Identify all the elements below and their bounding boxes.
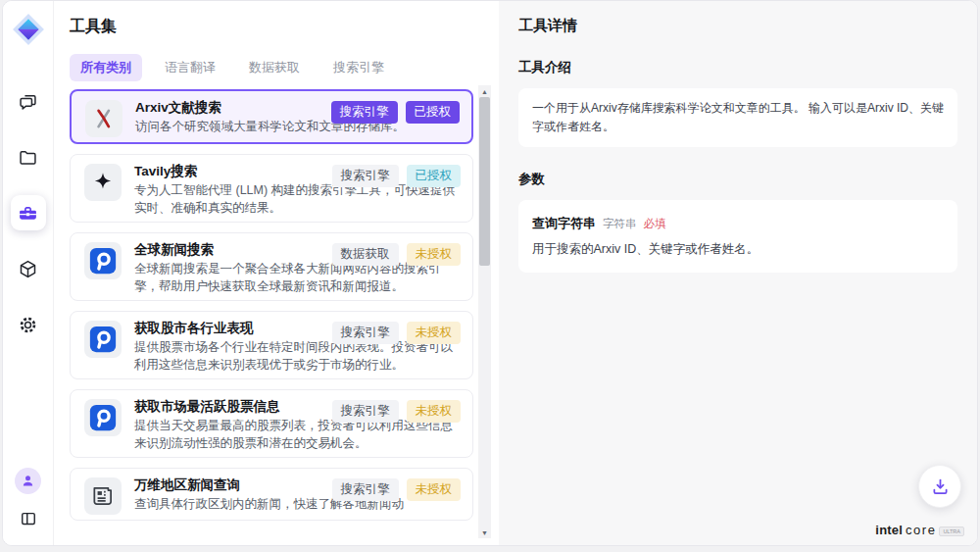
intro-heading: 工具介绍 <box>518 59 957 76</box>
tool-card-badges: 搜索引擎未授权 <box>332 478 462 501</box>
tool-card-badges: 搜索引擎未授权 <box>332 400 462 423</box>
chat-icon <box>18 91 38 112</box>
category-badge: 搜索引擎 <box>332 322 399 344</box>
intro-box: 一个用于从Arxiv存储库搜索科学论文和文章的工具。 输入可以是Arxiv ID… <box>518 88 957 147</box>
category-badge: 搜索引擎 <box>332 400 399 423</box>
category-badge: 搜索引擎 <box>331 101 398 124</box>
params-heading: 参数 <box>518 171 957 188</box>
user-icon <box>21 474 35 488</box>
category-badge: 搜索引擎 <box>332 478 399 501</box>
auth-status-badge: 已授权 <box>406 101 461 124</box>
folder-icon <box>18 147 38 168</box>
page-title: 工具集 <box>70 17 499 37</box>
param-description: 用于搜索的Arxiv ID、关键字或作者姓名。 <box>532 240 944 262</box>
toolbox-icon <box>18 203 38 224</box>
scroll-up-arrow-icon[interactable]: ▲ <box>478 85 491 97</box>
tool-card[interactable]: 获取股市各行业表现提供股票市场各个行业在特定时间段内的表现。投资者可以利用这些信… <box>70 311 473 379</box>
tool-card[interactable]: Tavily搜索专为人工智能代理 (LLM) 构建的搜索引擎工具，可快速提供实时… <box>70 154 473 223</box>
tool-card[interactable]: 全球新闻搜索全球新闻搜索是一个聚合全球各大新闻网站内容的搜索引擎，帮助用户快速获… <box>70 232 473 301</box>
param-required-badge: 必填 <box>644 215 666 233</box>
sidebar <box>3 1 54 545</box>
param-name: 查询字符串 <box>532 214 596 232</box>
user-avatar[interactable] <box>15 468 41 494</box>
tab-translation[interactable]: 语言翻译 <box>154 54 226 81</box>
tool-card-badges: 数据获取未授权 <box>332 243 462 266</box>
sidebar-item-chat[interactable] <box>11 83 46 119</box>
news-search-icon <box>84 321 122 358</box>
cube-icon <box>18 259 38 279</box>
layout-panel-icon <box>19 509 38 528</box>
sidebar-nav <box>11 83 46 342</box>
star-icon <box>84 164 122 201</box>
sidebar-item-settings[interactable] <box>11 307 46 342</box>
arxiv-logo-icon <box>85 100 122 137</box>
detail-title: 工具详情 <box>518 17 957 35</box>
scrollbar-track[interactable] <box>478 97 491 527</box>
sidebar-item-tools[interactable] <box>11 195 46 230</box>
scroll-down-arrow-icon[interactable]: ▼ <box>478 527 491 538</box>
tool-card[interactable]: 万维地区新闻查询查询具体行政区划内的新闻，快速了解各地新闻动搜索引擎未授权 <box>70 468 473 521</box>
intel-core-logo: intel core ultra <box>875 523 964 537</box>
core-wordmark: core <box>906 523 936 537</box>
auth-status-badge: 未授权 <box>407 243 462 266</box>
download-icon <box>930 477 951 497</box>
tool-detail-panel: 工具详情 工具介绍 一个用于从Arxiv存储库搜索科学论文和文章的工具。 输入可… <box>499 1 977 545</box>
tool-list-panel: 工具集 所有类别 语言翻译 数据获取 搜索引擎 Arxiv文献搜索访问各个研究领… <box>54 1 499 545</box>
auth-status-badge: 已授权 <box>407 165 462 187</box>
app-window: 工具集 所有类别 语言翻译 数据获取 搜索引擎 Arxiv文献搜索访问各个研究领… <box>2 0 978 546</box>
param-type: 字符串 <box>603 215 637 233</box>
ultra-badge: ultra <box>939 527 964 536</box>
scrollbar-thumb[interactable] <box>479 97 490 266</box>
news-search-icon <box>84 399 122 436</box>
tool-card-badges: 搜索引擎已授权 <box>331 101 461 124</box>
category-badge: 搜索引擎 <box>332 165 399 187</box>
scrollbar[interactable]: ▲ ▼ <box>478 85 491 538</box>
download-button[interactable] <box>918 465 961 508</box>
sidebar-item-files[interactable] <box>11 139 46 175</box>
sidebar-bottom <box>14 468 43 533</box>
app-logo-icon <box>12 13 45 46</box>
tool-card[interactable]: Arxiv文献搜索访问各个研究领域大量科学论文和文章的存储库。搜索引擎已授权 <box>70 89 473 144</box>
tool-card-badges: 搜索引擎未授权 <box>332 322 462 344</box>
param-box: 查询字符串 字符串 必填 用于搜索的Arxiv ID、关键字或作者姓名。 <box>518 200 957 273</box>
tab-search-engine[interactable]: 搜索引擎 <box>322 54 395 81</box>
news-search-icon <box>84 242 122 279</box>
auth-status-badge: 未授权 <box>407 322 462 344</box>
gear-icon <box>18 315 38 335</box>
tab-all-categories[interactable]: 所有类别 <box>70 54 142 81</box>
collapse-panel-button[interactable] <box>14 504 43 533</box>
auth-status-badge: 未授权 <box>407 478 462 501</box>
sidebar-item-plugins[interactable] <box>11 251 46 286</box>
auth-status-badge: 未授权 <box>407 400 462 423</box>
category-badge: 数据获取 <box>332 243 399 266</box>
newspaper-icon <box>84 477 122 515</box>
category-tabs: 所有类别 语言翻译 数据获取 搜索引擎 <box>70 54 499 81</box>
intel-wordmark: intel <box>875 523 903 537</box>
tool-card-badges: 搜索引擎已授权 <box>332 165 462 187</box>
param-head: 查询字符串 字符串 必填 <box>532 214 944 233</box>
tool-card-list: Arxiv文献搜索访问各个研究领域大量科学论文和文章的存储库。搜索引擎已授权Ta… <box>70 89 473 521</box>
tool-card[interactable]: 获取市场最活跃股票信息提供当天交易量最高的股票列表，投资者可以利用这些信息来识别… <box>70 389 473 458</box>
tab-data-fetch[interactable]: 数据获取 <box>238 54 311 81</box>
